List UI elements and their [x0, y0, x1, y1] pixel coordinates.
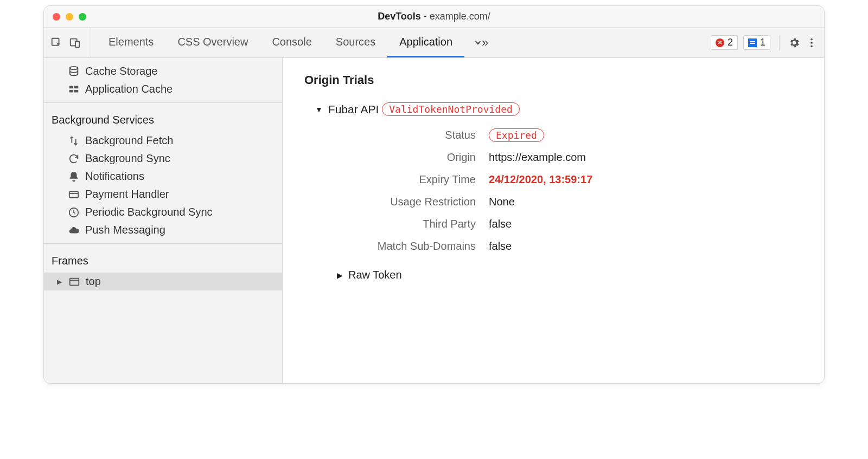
- sidebar-item-label: Periodic Background Sync: [85, 206, 213, 218]
- value-third-party: false: [489, 218, 802, 230]
- sidebar-item-label: Push Messaging: [85, 224, 165, 236]
- settings-icon[interactable]: [788, 37, 800, 49]
- messages-chip[interactable]: 1: [743, 35, 770, 50]
- panel-tabs: Elements CSS Overview Console Sources Ap…: [97, 28, 711, 57]
- sidebar-item-background-sync[interactable]: Background Sync: [44, 150, 282, 167]
- sidebar-item-label: Background Fetch: [85, 134, 173, 147]
- svg-rect-2: [75, 41, 79, 47]
- bell-icon: [68, 171, 80, 183]
- cloud-icon: [68, 224, 80, 236]
- chevron-right-icon: ▶: [337, 271, 343, 280]
- window-title-app: DevTools: [378, 11, 421, 22]
- label-expiry: Expiry Time: [348, 173, 489, 186]
- maximize-window-button[interactable]: [79, 13, 86, 21]
- window-title: DevTools - example.com/: [378, 11, 490, 22]
- sidebar-heading: Background Services: [44, 107, 282, 132]
- sidebar-section-frames: Frames ▶ top: [44, 244, 282, 295]
- sidebar-item-cache-storage[interactable]: Cache Storage: [44, 62, 282, 80]
- sidebar-heading: Frames: [44, 248, 282, 273]
- svg-rect-11: [69, 191, 79, 197]
- message-icon: [748, 38, 757, 47]
- messages-count: 1: [760, 37, 765, 48]
- inspect-element-icon[interactable]: [50, 37, 62, 49]
- sidebar-item-label: Application Cache: [85, 83, 173, 95]
- svg-point-5: [810, 45, 813, 47]
- credit-card-icon: [68, 189, 80, 201]
- trial-name: Fubar API: [328, 103, 379, 116]
- sidebar-item-label: Notifications: [85, 170, 144, 183]
- clock-icon: [68, 206, 80, 218]
- database-icon: [68, 66, 80, 77]
- tab-application[interactable]: Application: [387, 28, 464, 57]
- label-usage-restriction: Usage Restriction: [348, 196, 489, 208]
- sidebar-item-label: top: [86, 275, 101, 288]
- raw-token-toggle[interactable]: ▶ Raw Token: [337, 269, 802, 281]
- window-controls: [53, 13, 86, 21]
- separator: [779, 35, 780, 50]
- tab-console[interactable]: Console: [260, 28, 323, 57]
- tab-sources[interactable]: Sources: [324, 28, 387, 57]
- value-origin: https://example.com: [489, 151, 802, 164]
- sidebar-item-notifications[interactable]: Notifications: [44, 167, 282, 185]
- minimize-window-button[interactable]: [66, 13, 73, 21]
- sidebar-item-frame-top[interactable]: ▶ top: [44, 273, 282, 290]
- window-icon: [68, 276, 80, 288]
- sidebar-item-label: Background Sync: [85, 152, 170, 165]
- panel-body: Cache Storage Application Cache Backgrou…: [44, 58, 824, 383]
- trial-header[interactable]: ▼ Fubar API ValidTokenNotProvided: [315, 102, 802, 116]
- application-sidebar: Cache Storage Application Cache Backgrou…: [44, 58, 283, 383]
- sidebar-section-cache: Cache Storage Application Cache: [44, 58, 282, 103]
- raw-token-label: Raw Token: [348, 269, 402, 281]
- svg-rect-9: [69, 89, 73, 92]
- kebab-menu-icon[interactable]: [806, 37, 818, 49]
- chevron-right-icon: ▶: [57, 278, 62, 286]
- svg-point-4: [810, 42, 813, 44]
- chevron-down-icon: ▼: [315, 105, 323, 114]
- value-usage-restriction: None: [489, 196, 802, 208]
- svg-point-6: [70, 66, 78, 69]
- device-toggle-icon[interactable]: [69, 37, 81, 49]
- label-match-subdomains: Match Sub-Domains: [348, 240, 489, 253]
- content-pane: Origin Trials ▼ Fubar API ValidTokenNotP…: [283, 58, 824, 383]
- sidebar-item-label: Cache Storage: [85, 65, 157, 77]
- close-window-button[interactable]: [53, 13, 60, 21]
- sync-icon: [68, 153, 80, 165]
- sidebar-item-label: Payment Handler: [85, 188, 169, 201]
- toolbar: Elements CSS Overview Console Sources Ap…: [44, 28, 824, 58]
- sidebar-item-periodic-background-sync[interactable]: Periodic Background Sync: [44, 203, 282, 221]
- sidebar-item-payment-handler[interactable]: Payment Handler: [44, 185, 282, 203]
- grid-icon: [68, 83, 80, 95]
- sidebar-item-push-messaging[interactable]: Push Messaging: [44, 221, 282, 239]
- sidebar-item-application-cache[interactable]: Application Cache: [44, 80, 282, 98]
- transfer-icon: [68, 135, 80, 147]
- svg-rect-8: [74, 86, 78, 88]
- toolbar-right: 2 1: [711, 28, 818, 57]
- value-expiry: 24/12/2020, 13:59:17: [489, 173, 802, 186]
- svg-rect-10: [74, 89, 78, 92]
- errors-count: 2: [727, 37, 733, 48]
- errors-chip[interactable]: 2: [711, 35, 738, 50]
- svg-rect-13: [70, 278, 79, 285]
- more-tabs-button[interactable]: »: [464, 28, 496, 57]
- label-origin: Origin: [348, 151, 489, 164]
- label-status: Status: [348, 129, 489, 141]
- sidebar-section-background-services: Background Services Background Fetch Bac…: [44, 103, 282, 244]
- sidebar-item-background-fetch[interactable]: Background Fetch: [44, 132, 282, 150]
- error-icon: [716, 38, 724, 47]
- titlebar: DevTools - example.com/: [44, 6, 824, 28]
- label-third-party: Third Party: [348, 218, 489, 230]
- section-title: Origin Trials: [304, 73, 802, 87]
- trial-details: Status Expired Origin https://example.co…: [348, 129, 802, 253]
- tab-elements[interactable]: Elements: [97, 28, 165, 57]
- svg-rect-7: [69, 86, 73, 88]
- value-match-subdomains: false: [489, 240, 802, 253]
- devtools-window: DevTools - example.com/ Elements CSS Ove…: [43, 5, 825, 384]
- svg-point-3: [810, 38, 813, 40]
- window-title-url: example.com/: [430, 11, 490, 22]
- value-status: Expired: [489, 129, 802, 141]
- trial-status-badge: ValidTokenNotProvided: [382, 102, 520, 116]
- tab-css-overview[interactable]: CSS Overview: [165, 28, 260, 57]
